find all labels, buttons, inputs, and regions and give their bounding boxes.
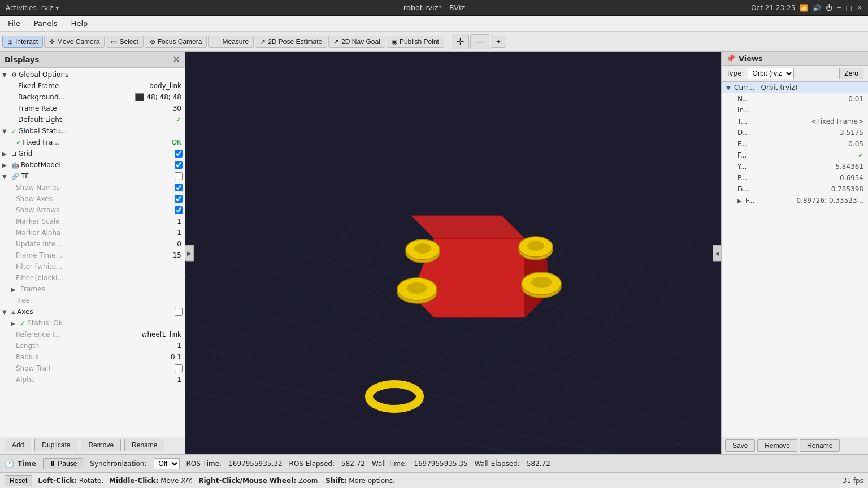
nav-goal-button[interactable]: ↗ 2D Nav Goal <box>328 36 385 48</box>
focus-camera-button[interactable]: ⊕ Focus Camera <box>145 36 207 48</box>
view-prop-5[interactable]: F... ✓ <box>722 150 868 161</box>
show-names-item[interactable]: Show Names <box>0 182 185 193</box>
axes-status-item[interactable]: ▶ ✓ Status: Ok <box>0 317 185 329</box>
view-prop-9[interactable]: ▶ F... 0.89726; 0.33523... <box>722 195 868 206</box>
current-view-arrow[interactable]: ▼ <box>726 85 734 91</box>
view-prop-2[interactable]: T... <Fixed Frame> <box>722 116 868 127</box>
menu-help[interactable]: Help <box>68 18 92 29</box>
axes-length-value[interactable]: 1 <box>177 342 185 350</box>
duplicate-display-button[interactable]: Duplicate <box>34 439 77 451</box>
reference-frame-item[interactable]: Reference F... wheel1_link <box>0 329 185 340</box>
tf-arrow[interactable]: ▼ <box>2 173 11 180</box>
background-value[interactable]: 48; 48; 48 <box>146 93 185 101</box>
minus-icon-btn[interactable]: — <box>470 34 489 49</box>
reset-button[interactable]: Reset <box>5 475 32 486</box>
frame-rate-value[interactable]: 30 <box>173 104 185 112</box>
axes-checkbox[interactable] <box>175 308 183 316</box>
sync-select[interactable]: Off <box>154 458 180 469</box>
view-prop-4[interactable]: F... 0.05 <box>722 138 868 150</box>
plus-icon-btn[interactable]: ✛ <box>452 34 469 49</box>
show-axes-item[interactable]: Show Axes <box>0 193 185 204</box>
views-save-button[interactable]: Save <box>725 439 755 452</box>
view-prop-0[interactable]: N... 0.01 <box>722 93 868 104</box>
axes-status-arrow[interactable]: ▶ <box>11 320 20 326</box>
interact-button[interactable]: ⊞ Interact <box>2 36 43 48</box>
global-options-arrow[interactable]: ▼ <box>2 72 11 78</box>
global-options-item[interactable]: ▼ ⚙ Global Options <box>0 69 185 80</box>
view-prop-7[interactable]: P... 0.6954 <box>722 172 868 184</box>
view-prop-expand-9[interactable]: ▶ <box>737 198 745 204</box>
grid-item[interactable]: ▶ ⊞ Grid <box>0 148 185 159</box>
fixed-frame-item[interactable]: Fixed Frame body_link <box>0 80 185 91</box>
axes-length-item[interactable]: Length 1 <box>0 340 185 351</box>
default-light-item[interactable]: Default Light ✓ <box>0 114 185 125</box>
star-icon-btn[interactable]: ✦ <box>491 36 506 48</box>
marker-alpha-item[interactable]: Marker Alpha 1 <box>0 227 185 238</box>
remove-display-button[interactable]: Remove <box>81 439 121 451</box>
show-trail-checkbox[interactable] <box>175 364 183 372</box>
pause-button[interactable]: ⏸ Pause <box>43 458 83 469</box>
axes-item[interactable]: ▼ ⟁ Axes <box>0 306 185 317</box>
show-arrows-checkbox[interactable] <box>175 206 183 214</box>
measure-button[interactable]: — Measure <box>208 36 254 48</box>
global-status-arrow[interactable]: ▼ <box>2 128 11 134</box>
views-type-select[interactable]: Orbit (rviz <box>748 68 794 79</box>
frame-time-value[interactable]: 15 <box>173 251 185 259</box>
marker-scale-value[interactable]: 1 <box>177 217 185 225</box>
frame-rate-item[interactable]: Frame Rate 30 <box>0 103 185 114</box>
tf-checkbox[interactable] <box>175 172 183 180</box>
robot-model-arrow[interactable]: ▶ <box>2 162 11 168</box>
view-prop-6[interactable]: Y... 5.84361 <box>722 161 868 172</box>
view-prop-1[interactable]: In... <box>722 104 868 116</box>
menu-panels[interactable]: Panels <box>31 18 61 29</box>
axes-radius-value[interactable]: 0.1 <box>171 353 185 361</box>
maximize-btn[interactable]: □ <box>846 4 852 12</box>
activities-label[interactable]: Activities <box>6 4 37 12</box>
grid-arrow[interactable]: ▶ <box>2 151 11 157</box>
move-camera-button[interactable]: ✛ Move Camera <box>44 36 105 48</box>
filter-white-item[interactable]: Filter (white... <box>0 261 185 272</box>
view-prop-3[interactable]: D... 3.5175 <box>722 127 868 138</box>
views-rename-button[interactable]: Rename <box>800 439 840 452</box>
minimize-btn[interactable]: ─ <box>837 4 841 12</box>
select-button[interactable]: ▭ Select <box>106 36 143 48</box>
collapse-left-arrow[interactable]: ◀ <box>713 245 721 262</box>
publish-point-button[interactable]: ◉ Publish Point <box>387 36 444 48</box>
show-axes-checkbox[interactable] <box>175 195 183 203</box>
reference-frame-value[interactable]: wheel1_link <box>142 330 185 338</box>
grid-checkbox[interactable] <box>175 150 183 158</box>
robot-model-checkbox[interactable] <box>175 161 183 169</box>
marker-scale-item[interactable]: Marker Scale 1 <box>0 216 185 227</box>
show-trail-item[interactable]: Show Trail <box>0 363 185 374</box>
frames-item[interactable]: ▶ Frames <box>0 284 185 295</box>
update-inte-item[interactable]: Update Inte... 0 <box>0 238 185 250</box>
views-remove-button[interactable]: Remove <box>757 439 797 452</box>
tf-item[interactable]: ▼ 🔗 TF <box>0 171 185 182</box>
views-zero-button[interactable]: Zero <box>839 68 863 79</box>
fixed-frame-value[interactable]: body_link <box>149 82 185 90</box>
axes-alpha-item[interactable]: Alpha 1 <box>0 374 185 385</box>
power-icon[interactable]: ⏻ <box>826 4 832 12</box>
tree-item-tf[interactable]: Tree <box>0 295 185 306</box>
frame-time-item[interactable]: Frame Time... 15 <box>0 250 185 261</box>
frames-arrow[interactable]: ▶ <box>11 286 20 293</box>
show-names-checkbox[interactable] <box>175 184 183 191</box>
axes-arrow[interactable]: ▼ <box>2 309 11 315</box>
rename-display-button[interactable]: Rename <box>124 439 164 451</box>
pose-estimate-button[interactable]: ↗ 2D Pose Estimate <box>255 36 327 48</box>
collapse-right-arrow[interactable]: ▶ <box>185 245 194 262</box>
marker-alpha-value[interactable]: 1 <box>177 229 185 237</box>
menu-file[interactable]: File <box>5 18 24 29</box>
displays-close-btn[interactable]: ✕ <box>173 54 180 65</box>
view-prop-8[interactable]: Fi... 0.785398 <box>722 184 868 195</box>
add-display-button[interactable]: Add <box>5 439 31 451</box>
robot-model-item[interactable]: ▶ 🤖 RobotModel <box>0 159 185 171</box>
axes-radius-item[interactable]: Radius 0.1 <box>0 351 185 363</box>
background-color-swatch[interactable] <box>135 93 144 101</box>
current-view-item[interactable]: ▼ Curr... Orbit (rviz) <box>722 82 868 93</box>
3d-viewport[interactable]: ◀ ▶ <box>185 52 721 454</box>
filter-black-item[interactable]: Filter (blackl... <box>0 272 185 284</box>
global-status-fixed-item[interactable]: ✓ Fixed Fra... OK <box>0 137 185 148</box>
default-light-value[interactable]: ✓ <box>176 116 185 124</box>
app-name-label[interactable]: rviz ▾ <box>41 4 59 12</box>
